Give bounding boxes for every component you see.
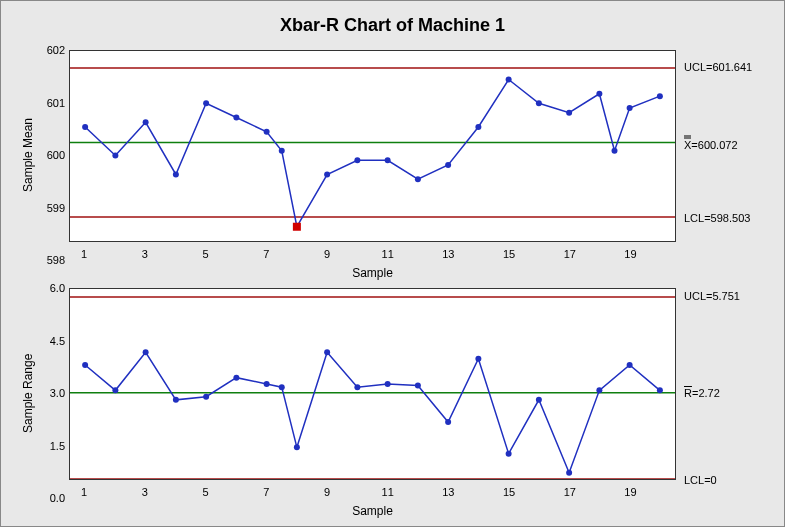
- xbar-lcl-label: LCL=598.503: [684, 212, 750, 224]
- svg-point-37: [324, 349, 330, 355]
- r-cl-symbol: R: [684, 387, 692, 399]
- r-plot-wrapper: 135791113151719 Sample UCL=5.751 R=2.72 …: [69, 288, 766, 498]
- xbar-plot-wrapper: 135791113151719 Sample UCL=601.641 X=600…: [69, 50, 766, 260]
- svg-point-24: [657, 93, 663, 99]
- xbar-cl-label: X=600.072: [684, 135, 738, 150]
- chart-container: Xbar-R Chart of Machine 1 Sample Mean 59…: [0, 0, 785, 527]
- svg-point-42: [475, 356, 481, 362]
- svg-point-8: [233, 115, 239, 121]
- svg-point-47: [627, 362, 633, 368]
- r-limit-labels: UCL=5.751 R=2.72 LCL=0: [680, 288, 766, 480]
- svg-point-7: [203, 100, 209, 106]
- svg-point-28: [82, 362, 88, 368]
- svg-point-17: [475, 124, 481, 130]
- svg-point-16: [445, 162, 451, 168]
- svg-point-36: [294, 444, 300, 450]
- svg-point-30: [143, 349, 149, 355]
- r-lcl-label: LCL=0: [684, 474, 717, 486]
- svg-point-22: [612, 148, 618, 154]
- chart-title: Xbar-R Chart of Machine 1: [19, 15, 766, 36]
- svg-point-18: [506, 77, 512, 83]
- svg-point-39: [385, 381, 391, 387]
- r-plot-area: [69, 288, 676, 480]
- svg-point-33: [233, 375, 239, 381]
- svg-point-3: [82, 124, 88, 130]
- svg-point-40: [415, 383, 421, 389]
- xbar-limit-labels: UCL=601.641 X=600.072 LCL=598.503: [680, 50, 766, 242]
- svg-point-46: [596, 387, 602, 393]
- svg-point-44: [536, 397, 542, 403]
- svg-point-10: [279, 148, 285, 154]
- xbar-x-axis-label: Sample: [69, 266, 676, 280]
- r-x-ticks: 135791113151719: [69, 482, 676, 498]
- r-x-axis-label: Sample: [69, 504, 676, 518]
- svg-point-48: [657, 387, 663, 393]
- svg-point-20: [566, 110, 572, 116]
- xbar-plot-area: [69, 50, 676, 242]
- svg-point-32: [203, 394, 209, 400]
- svg-point-12: [324, 172, 330, 178]
- xbar-x-ticks: 135791113151719: [69, 244, 676, 260]
- svg-point-15: [415, 176, 421, 182]
- svg-point-13: [354, 157, 360, 163]
- svg-point-6: [173, 172, 179, 178]
- r-panel: Sample Range 0.01.53.04.56.0 13579111315…: [19, 288, 766, 498]
- xbar-ucl-label: UCL=601.641: [684, 61, 752, 73]
- r-cl-label: R=2.72: [684, 387, 720, 399]
- svg-rect-11: [293, 223, 301, 231]
- svg-point-35: [279, 384, 285, 390]
- svg-point-29: [112, 387, 118, 393]
- r-ucl-label: UCL=5.751: [684, 290, 740, 302]
- svg-point-34: [264, 381, 270, 387]
- r-y-ticks: 0.01.53.04.56.0: [37, 288, 69, 498]
- svg-point-31: [173, 397, 179, 403]
- xbar-panel: Sample Mean 598599600601602 135791113151…: [19, 50, 766, 260]
- svg-point-9: [264, 129, 270, 135]
- svg-point-19: [536, 100, 542, 106]
- svg-point-23: [627, 105, 633, 111]
- svg-point-43: [506, 451, 512, 457]
- svg-point-4: [112, 153, 118, 159]
- r-cl-value: =2.72: [692, 387, 720, 399]
- xbar-cl-value: =600.072: [691, 138, 737, 150]
- svg-point-5: [143, 119, 149, 125]
- r-y-axis-label: Sample Range: [19, 288, 37, 498]
- svg-point-38: [354, 384, 360, 390]
- xbar-y-axis-label: Sample Mean: [19, 50, 37, 260]
- svg-point-14: [385, 157, 391, 163]
- xbar-y-ticks: 598599600601602: [37, 50, 69, 260]
- svg-point-45: [566, 470, 572, 476]
- svg-point-41: [445, 419, 451, 425]
- svg-point-21: [596, 91, 602, 97]
